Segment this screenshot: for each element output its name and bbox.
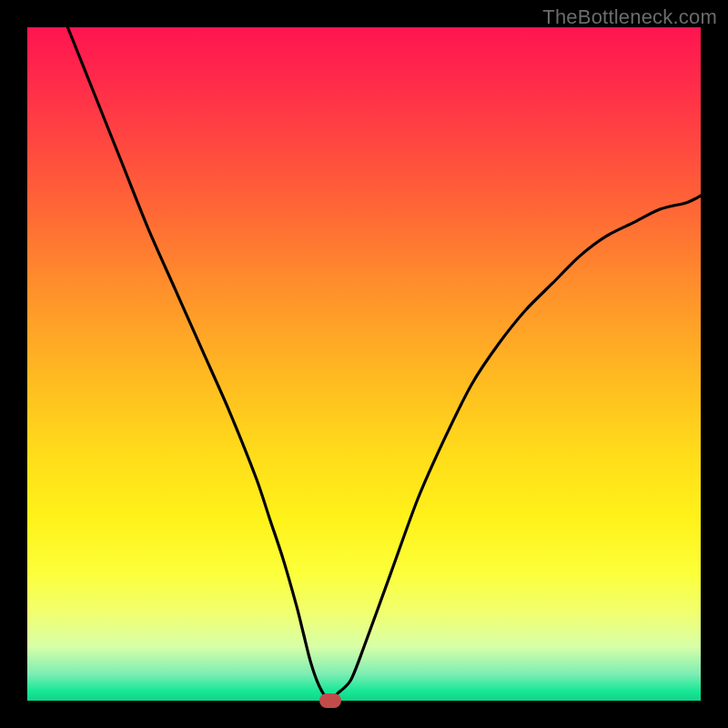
chart-frame: TheBottleneck.com bbox=[0, 0, 728, 728]
bottleneck-curve bbox=[27, 27, 701, 701]
watermark-text: TheBottleneck.com bbox=[542, 5, 717, 29]
optimal-marker bbox=[319, 693, 341, 708]
chart-plot-area bbox=[27, 27, 701, 701]
